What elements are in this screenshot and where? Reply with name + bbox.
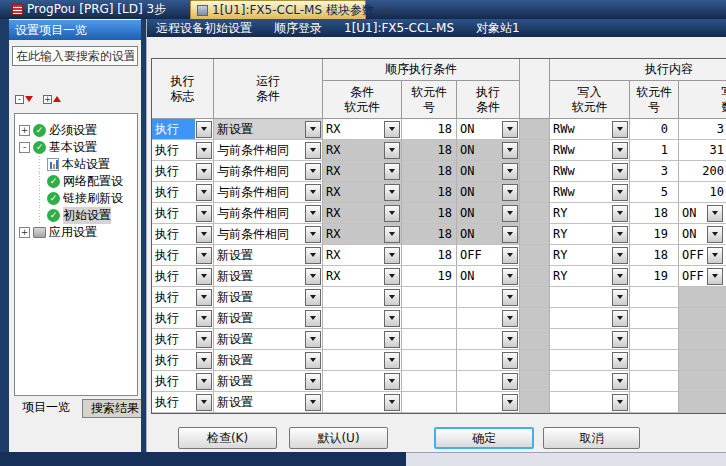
cell-exec-flag[interactable]: 执行 xyxy=(152,266,214,287)
dropdown-button[interactable] xyxy=(305,247,321,264)
cell-cond-exec[interactable]: ON xyxy=(457,140,520,161)
dropdown-button[interactable] xyxy=(612,289,628,306)
cell-write-device[interactable] xyxy=(550,350,630,371)
dropdown-button[interactable] xyxy=(612,310,628,327)
dropdown-button[interactable] xyxy=(384,226,400,243)
collapse-all-icon[interactable]: - xyxy=(13,90,35,108)
cell-cond-device-no[interactable] xyxy=(402,287,457,308)
cell-run-condition[interactable]: 新设置 xyxy=(214,392,323,413)
cell-exec-flag[interactable]: 执行 xyxy=(152,224,214,245)
cell-cond-device-no[interactable] xyxy=(402,350,457,371)
cancel-button[interactable]: 取消 xyxy=(543,427,640,449)
cell-run-condition[interactable]: 与前条件相同 xyxy=(214,203,323,224)
cell-cond-exec[interactable]: ON xyxy=(457,203,520,224)
cell-run-condition[interactable]: 新设置 xyxy=(214,371,323,392)
dropdown-button[interactable] xyxy=(612,142,628,159)
dropdown-button[interactable] xyxy=(612,121,628,138)
dropdown-button[interactable] xyxy=(612,205,628,222)
cell-write-device[interactable]: RWw xyxy=(550,161,630,182)
dropdown-button[interactable] xyxy=(196,205,212,222)
tree-item[interactable]: -✓基本设置 xyxy=(15,139,137,156)
menu-item[interactable]: 对象站1 xyxy=(476,20,520,37)
cell-write-device[interactable]: RY xyxy=(550,266,630,287)
cell-run-condition[interactable]: 新设置 xyxy=(214,245,323,266)
cell-write-data[interactable]: ON xyxy=(679,203,726,224)
cell-write-data[interactable]: 3 xyxy=(679,119,726,140)
dropdown-button[interactable] xyxy=(305,205,321,222)
dropdown-button[interactable] xyxy=(196,352,212,369)
dropdown-button[interactable] xyxy=(305,184,321,201)
dropdown-button[interactable] xyxy=(384,373,400,390)
cell-write-device-no[interactable]: 3 xyxy=(630,161,679,182)
dropdown-button[interactable] xyxy=(502,226,518,243)
cell-cond-exec[interactable] xyxy=(457,371,520,392)
cell-run-condition[interactable]: 新设置 xyxy=(214,287,323,308)
dropdown-button[interactable] xyxy=(707,205,723,222)
tree-item[interactable]: ✓网络配置设 xyxy=(15,173,137,190)
cell-cond-exec[interactable]: ON xyxy=(457,182,520,203)
check-button[interactable]: 检查(K) xyxy=(178,427,277,449)
cell-cond-exec[interactable] xyxy=(457,392,520,413)
cell-write-device[interactable]: RWw xyxy=(550,182,630,203)
dropdown-button[interactable] xyxy=(196,289,212,306)
cell-write-device-no[interactable] xyxy=(630,287,679,308)
cell-cond-exec[interactable] xyxy=(457,287,520,308)
dropdown-button[interactable] xyxy=(196,163,212,180)
cell-cond-device[interactable]: RX xyxy=(323,245,402,266)
tree-item[interactable]: ✓初始设置 xyxy=(15,207,137,224)
dropdown-button[interactable] xyxy=(707,226,723,243)
cell-write-data[interactable]: 10 xyxy=(679,182,726,203)
cell-cond-device[interactable] xyxy=(323,287,402,308)
cell-cond-device[interactable] xyxy=(323,350,402,371)
collapse-icon[interactable]: - xyxy=(19,142,30,153)
cell-cond-device[interactable] xyxy=(323,329,402,350)
cell-write-device[interactable] xyxy=(550,392,630,413)
cell-write-data[interactable]: ON xyxy=(679,224,726,245)
cell-run-condition[interactable]: 与前条件相同 xyxy=(214,182,323,203)
menu-item[interactable]: 1[U1]:FX5-CCL-MS xyxy=(344,21,454,35)
dropdown-button[interactable] xyxy=(707,268,723,285)
dropdown-button[interactable] xyxy=(196,268,212,285)
dropdown-button[interactable] xyxy=(384,121,400,138)
cell-run-condition[interactable]: 与前条件相同 xyxy=(214,224,323,245)
cell-write-device-no[interactable]: 19 xyxy=(630,224,679,245)
tab-progpou[interactable]: ProgPou [PRG] [LD] 3步 xyxy=(6,0,172,19)
dropdown-button[interactable] xyxy=(196,142,212,159)
cell-write-data[interactable] xyxy=(679,308,726,329)
close-icon[interactable]: × xyxy=(378,5,391,16)
cell-write-device[interactable] xyxy=(550,371,630,392)
cell-cond-device-no[interactable]: 18 xyxy=(402,119,457,140)
dropdown-button[interactable] xyxy=(305,310,321,327)
cell-cond-device[interactable]: RX xyxy=(323,203,402,224)
cell-exec-flag[interactable]: 执行 xyxy=(152,371,214,392)
dropdown-button[interactable] xyxy=(305,394,321,411)
tree-item[interactable]: +应用设置 xyxy=(15,224,137,241)
cell-write-device[interactable]: RY xyxy=(550,224,630,245)
cell-cond-device[interactable] xyxy=(323,371,402,392)
cell-write-device[interactable]: RY xyxy=(550,245,630,266)
dropdown-button[interactable] xyxy=(196,184,212,201)
cell-write-data[interactable] xyxy=(679,371,726,392)
dropdown-button[interactable] xyxy=(502,331,518,348)
dropdown-button[interactable] xyxy=(196,310,212,327)
cell-exec-flag[interactable]: 执行 xyxy=(152,392,214,413)
dropdown-button[interactable] xyxy=(502,163,518,180)
cell-exec-flag[interactable]: 执行 xyxy=(152,161,214,182)
dropdown-button[interactable] xyxy=(612,268,628,285)
cell-cond-device[interactable]: RX xyxy=(323,140,402,161)
dropdown-button[interactable] xyxy=(502,310,518,327)
cell-cond-device-no[interactable]: 19 xyxy=(402,266,457,287)
dropdown-button[interactable] xyxy=(612,184,628,201)
dropdown-button[interactable] xyxy=(502,142,518,159)
dropdown-button[interactable] xyxy=(502,352,518,369)
cell-cond-device[interactable]: RX xyxy=(323,224,402,245)
cell-cond-exec[interactable] xyxy=(457,350,520,371)
dropdown-button[interactable] xyxy=(707,247,723,264)
cell-write-device-no[interactable] xyxy=(630,329,679,350)
cell-cond-device-no[interactable]: 18 xyxy=(402,140,457,161)
dropdown-button[interactable] xyxy=(612,226,628,243)
tree-item[interactable]: ✓链接刷新设 xyxy=(15,190,137,207)
dropdown-button[interactable] xyxy=(305,352,321,369)
cell-cond-exec[interactable]: ON xyxy=(457,224,520,245)
cell-cond-device[interactable] xyxy=(323,308,402,329)
